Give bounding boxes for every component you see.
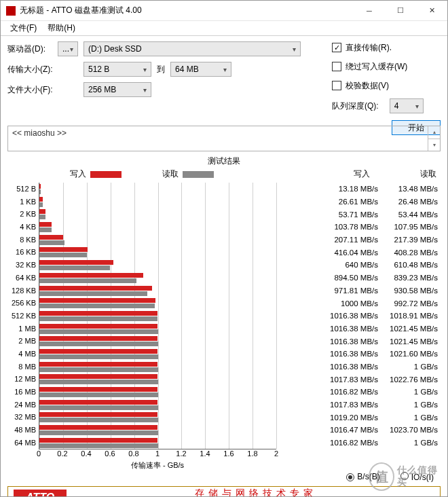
value-row: 640 MB/s610.48 MB/s [276, 259, 441, 272]
direct-io-checkbox[interactable] [332, 43, 341, 52]
legend-write-label: 写入 [70, 168, 86, 180]
legend-read-label: 读取 [162, 168, 179, 180]
bar-row [39, 221, 276, 234]
menu-help[interactable]: 帮助(H) [42, 22, 81, 34]
write-bar [39, 324, 157, 329]
menu-file[interactable]: 文件(F) [5, 22, 42, 34]
read-value: 930.58 MB/s [385, 287, 438, 295]
write-value: 13.18 MB/s [325, 185, 378, 193]
footer-text: 存储与网络技术专家 www.atto.com [72, 487, 440, 497]
verify-checkbox[interactable] [332, 81, 341, 90]
x-axis-labels: 00.20.40.60.811.21.41.61.82 [39, 449, 276, 460]
spin-up-icon[interactable]: ▴ [428, 126, 440, 139]
verify-row[interactable]: 校验数据(V) [332, 79, 441, 92]
minimize-button[interactable]: ─ [354, 1, 385, 20]
read-bar [39, 380, 158, 384]
write-value: 26.61 MB/s [325, 198, 378, 206]
read-value: 1 GB/s [385, 439, 438, 447]
read-value: 1 GB/s [385, 401, 438, 409]
write-value: 1016.47 MB/s [325, 426, 378, 434]
write-bar [39, 362, 157, 367]
queue-depth-combo[interactable]: 4 [390, 98, 424, 113]
read-bar [39, 354, 158, 359]
write-bar [39, 184, 41, 189]
value-row: 207.11 MB/s217.39 MB/s [276, 234, 441, 246]
write-value: 1016.82 MB/s [325, 388, 378, 396]
read-bar [39, 367, 158, 372]
read-bar [39, 303, 155, 308]
read-bar [39, 202, 43, 207]
maximize-button[interactable]: ☐ [385, 1, 416, 20]
value-row: 1016.38 MB/s1021.60 MB/s [276, 348, 441, 361]
bar-plot [39, 183, 276, 449]
drive-combo[interactable]: (D:) Desk SSD [83, 41, 301, 56]
bar-row [39, 272, 276, 284]
x-tick-label: 1.6 [223, 449, 234, 458]
read-value: 839.23 MB/s [385, 274, 438, 282]
max-size-combo[interactable]: 64 MB [170, 62, 231, 77]
y-tick-label: 256 KB [7, 297, 36, 310]
value-row: 1016.38 MB/s1021.45 MB/s [276, 335, 441, 348]
drive-browse-combo[interactable]: ... [58, 41, 78, 56]
write-value: 1017.83 MB/s [325, 375, 378, 384]
y-tick-label: 128 KB [7, 284, 36, 297]
min-size-combo[interactable]: 512 B [83, 62, 151, 77]
bar-row [39, 284, 276, 297]
bar-row [39, 208, 276, 221]
file-size-combo[interactable]: 256 MB [83, 82, 151, 97]
x-tick-label: 0.2 [57, 449, 67, 458]
read-value: 13.48 MB/s [385, 185, 438, 193]
y-tick-label: 512 B [7, 183, 36, 196]
window-title: 无标题 - ATTO 磁盘基准测试 4.00 [20, 5, 354, 16]
y-tick-label: 2 MB [7, 335, 36, 348]
queue-depth-label: 队列深度(Q): [332, 100, 379, 112]
write-value: 1016.38 MB/s [325, 363, 378, 371]
write-bar [39, 336, 157, 341]
read-value: 610.48 MB/s [385, 261, 438, 269]
value-row: 1016.82 MB/s1 GB/s [276, 437, 441, 449]
radio-bs[interactable]: B/s(B) [346, 472, 379, 482]
write-value: 207.11 MB/s [325, 236, 378, 244]
menubar: 文件(F) 帮助(H) [1, 21, 447, 36]
value-row: 1019.20 MB/s1 GB/s [276, 411, 441, 424]
close-button[interactable]: ✕ [416, 1, 447, 20]
direct-io-row[interactable]: 直接传输(R). [332, 41, 441, 54]
description-box[interactable]: << miaoshu >> ▴ ▾ [7, 126, 441, 151]
y-tick-label: 12 MB [7, 373, 36, 386]
bypass-cache-checkbox[interactable] [332, 62, 341, 71]
value-row: 1016.38 MB/s1021.45 MB/s [276, 323, 441, 335]
value-row: 13.18 MB/s13.48 MB/s [276, 183, 441, 196]
write-bar [39, 387, 157, 392]
spin-down-icon[interactable]: ▾ [428, 139, 440, 151]
read-bar [39, 240, 64, 245]
value-row: 1016.38 MB/s1018.91 MB/s [276, 310, 441, 323]
app-icon [6, 6, 16, 16]
bypass-cache-row[interactable]: 绕过写入缓存(W) [332, 60, 441, 73]
x-axis-unit: 传输速率 - GB/s [39, 460, 276, 471]
write-value: 1019.20 MB/s [325, 413, 378, 422]
radio-ios[interactable]: IO/s(I) [400, 472, 434, 482]
description-spinner[interactable]: ▴ ▾ [428, 126, 440, 151]
read-bar [39, 443, 158, 448]
read-value: 1023.70 MB/s [385, 426, 438, 434]
bypass-cache-label: 绕过写入缓存(W) [346, 61, 407, 73]
read-value: 1022.76 MB/s [385, 375, 438, 384]
read-bar [39, 189, 41, 194]
bar-row [39, 183, 276, 196]
chart-area: 512 B1 KB2 KB4 KB8 KB16 KB32 KB64 KB128 … [7, 183, 441, 449]
read-value: 107.95 MB/s [385, 223, 438, 231]
value-row: 971.81 MB/s930.58 MB/s [276, 284, 441, 297]
results-title: 测试结果 [7, 155, 441, 167]
radio-bs-icon[interactable] [346, 473, 354, 481]
value-row: 1016.82 MB/s1 GB/s [276, 386, 441, 399]
atto-logo: ATTO [14, 490, 67, 497]
transfer-size-label: 传输大小(Z): [7, 64, 58, 75]
write-bar [39, 260, 113, 265]
radio-ios-icon[interactable] [400, 472, 409, 480]
read-value: 1021.45 MB/s [385, 325, 438, 333]
write-bar [39, 209, 45, 214]
bar-row [39, 361, 276, 373]
x-tick-label: 1.2 [176, 449, 186, 458]
read-value: 53.44 MB/s [385, 210, 438, 219]
read-value: 1018.91 MB/s [385, 312, 438, 320]
